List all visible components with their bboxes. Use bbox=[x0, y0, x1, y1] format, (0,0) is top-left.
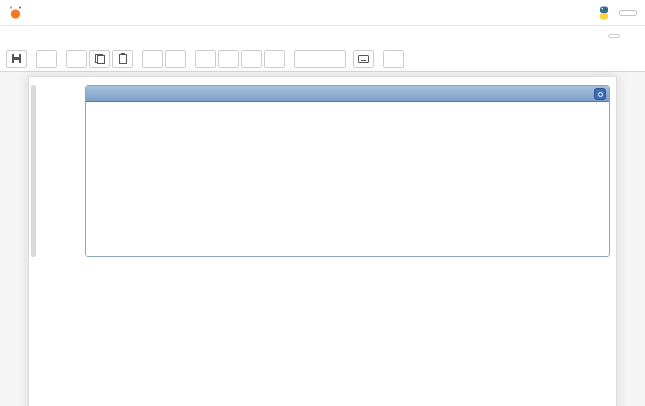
move-cell-down-button[interactable] bbox=[165, 50, 186, 68]
paste-cell-button[interactable] bbox=[112, 50, 133, 68]
restart-kernel-button[interactable] bbox=[241, 50, 262, 68]
notebook-container bbox=[28, 76, 617, 406]
menu-kernel[interactable] bbox=[84, 33, 100, 39]
cut-cell-button[interactable] bbox=[66, 50, 87, 68]
cell-type-dropdown[interactable] bbox=[294, 50, 346, 68]
menu-cell[interactable] bbox=[68, 33, 84, 39]
menu-file[interactable] bbox=[4, 33, 20, 39]
move-cell-up-button[interactable] bbox=[142, 50, 163, 68]
save-icon bbox=[12, 54, 21, 63]
menu-widgets[interactable] bbox=[100, 33, 116, 39]
menu-view[interactable] bbox=[36, 33, 52, 39]
save-button[interactable] bbox=[6, 50, 27, 68]
trusted-badge bbox=[608, 34, 620, 38]
jupyter-logo-icon bbox=[8, 5, 23, 20]
menu-insert[interactable] bbox=[52, 33, 68, 39]
restart-run-all-button[interactable] bbox=[264, 50, 285, 68]
command-palette-button[interactable] bbox=[353, 50, 374, 68]
git-nbdiff-button[interactable] bbox=[383, 50, 404, 68]
run-cell-button[interactable] bbox=[195, 50, 216, 68]
figure-widget bbox=[85, 85, 610, 257]
cell-output-area bbox=[29, 83, 616, 265]
interrupt-kernel-button[interactable] bbox=[218, 50, 239, 68]
insert-cell-button[interactable] bbox=[36, 50, 57, 68]
figure-canvas[interactable] bbox=[86, 102, 609, 256]
notebook-header bbox=[0, 0, 645, 26]
python-logo-icon bbox=[597, 6, 611, 20]
jupyter-window bbox=[0, 0, 645, 406]
figure-close-button[interactable] bbox=[594, 88, 606, 100]
figure-plot bbox=[89, 104, 607, 254]
keyboard-icon bbox=[358, 55, 369, 63]
logout-button[interactable] bbox=[619, 10, 637, 16]
jupyter-logo[interactable] bbox=[8, 5, 26, 20]
figure-titlebar[interactable] bbox=[86, 86, 609, 102]
paste-icon bbox=[119, 54, 127, 64]
menu-help[interactable] bbox=[116, 33, 132, 39]
menu-bar bbox=[0, 26, 645, 46]
menu-edit[interactable] bbox=[20, 33, 36, 39]
output-collapser[interactable] bbox=[31, 85, 36, 257]
copy-icon bbox=[95, 54, 105, 64]
power-icon bbox=[598, 92, 603, 97]
notebook-toolbar bbox=[0, 46, 645, 72]
copy-cell-button[interactable] bbox=[89, 50, 110, 68]
